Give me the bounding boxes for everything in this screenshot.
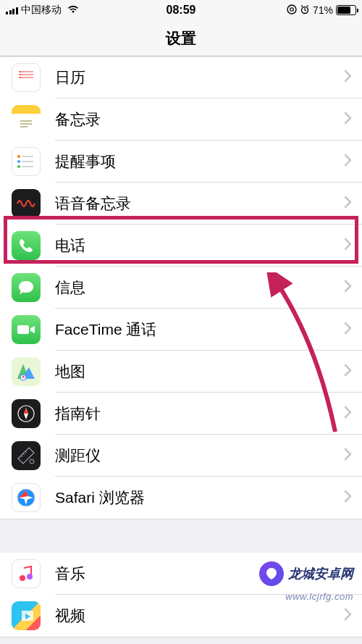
compass-icon [12,399,41,428]
settings-row-notes[interactable]: 备忘录 [0,99,362,141]
notes-icon [12,105,41,134]
settings-row-phone[interactable]: 电话 [0,225,362,267]
svg-point-3 [20,74,21,75]
settings-row-facetime[interactable]: FaceTime 通话 [0,309,362,351]
voice-memos-icon [12,189,41,218]
status-time: 08:59 [167,4,196,17]
row-label: 视频 [55,606,343,626]
signal-icon [6,6,18,14]
page-title: 设置 [166,28,196,49]
reminders-icon [12,147,41,176]
chevron-right-icon [343,566,352,582]
maps-icon [12,357,41,386]
row-label: 测距仪 [55,446,343,466]
battery-percentage: 71% [313,4,333,16]
music-icon [12,559,41,588]
settings-row-videos[interactable]: 视频 [0,595,362,637]
settings-row-music[interactable]: 音乐 [0,553,362,595]
settings-list: 日历备忘录提醒事项语音备忘录电话信息FaceTime 通话地图指南针测距仪Saf… [0,57,362,637]
facetime-icon [12,315,41,344]
orientation-lock-icon [287,4,297,17]
measure-icon [12,441,41,470]
row-label: 电话 [55,235,343,256]
row-label: Safari 浏览器 [55,488,343,508]
svg-point-2 [20,71,21,72]
settings-group: 音乐视频 [0,553,362,637]
status-bar: 中国移动 08:59 71% [0,0,362,20]
chevron-right-icon [343,238,352,254]
settings-row-messages[interactable]: 信息 [0,267,362,309]
chevron-right-icon [343,154,352,170]
settings-row-maps[interactable]: 地图 [0,351,362,393]
svg-point-11 [30,459,34,464]
wifi-icon [67,4,79,16]
settings-row-voice-memos[interactable]: 语音备忘录 [0,183,362,225]
chevron-right-icon [343,322,352,338]
carrier-label: 中国移动 [21,4,62,17]
chevron-right-icon [343,364,352,380]
status-left: 中国移动 [6,4,79,17]
row-label: 日历 [55,67,343,88]
settings-row-measure[interactable]: 测距仪 [0,435,362,477]
videos-icon [12,601,41,630]
chevron-right-icon [343,70,352,85]
chevron-right-icon [343,490,352,506]
chevron-right-icon [343,280,352,296]
chevron-right-icon [343,112,352,127]
svg-point-14 [20,575,25,581]
phone-icon [12,231,41,260]
row-label: 语音备忘录 [55,193,343,214]
settings-row-compass[interactable]: 指南针 [0,393,362,435]
settings-row-reminders[interactable]: 提醒事项 [0,141,362,183]
svg-point-4 [20,77,21,78]
chevron-right-icon [343,196,352,212]
svg-point-15 [27,574,33,580]
row-label: 指南针 [55,403,343,424]
nav-bar: 设置 [0,20,362,57]
svg-point-0 [287,5,296,14]
chevron-right-icon [343,608,352,624]
row-label: FaceTime 通话 [55,319,343,340]
row-label: 信息 [55,277,343,298]
svg-point-6 [17,160,20,163]
alarm-icon [300,4,310,17]
chevron-right-icon [343,406,352,422]
status-right: 71% [287,4,356,17]
group-separator [0,519,362,553]
svg-point-7 [17,165,20,168]
safari-icon [12,483,41,512]
settings-row-calendar[interactable]: 日历 [0,57,362,99]
row-label: 地图 [55,361,343,382]
battery-icon [336,5,356,15]
row-label: 提醒事项 [55,151,343,172]
messages-icon [12,273,41,302]
settings-group: 日历备忘录提醒事项语音备忘录电话信息FaceTime 通话地图指南针测距仪Saf… [0,57,362,519]
calendar-icon [12,63,41,92]
chevron-right-icon [343,448,352,464]
row-label: 备忘录 [55,109,343,130]
svg-point-5 [17,155,20,158]
settings-row-safari[interactable]: Safari 浏览器 [0,477,362,519]
battery-fill [337,7,350,14]
row-label: 音乐 [55,564,343,584]
